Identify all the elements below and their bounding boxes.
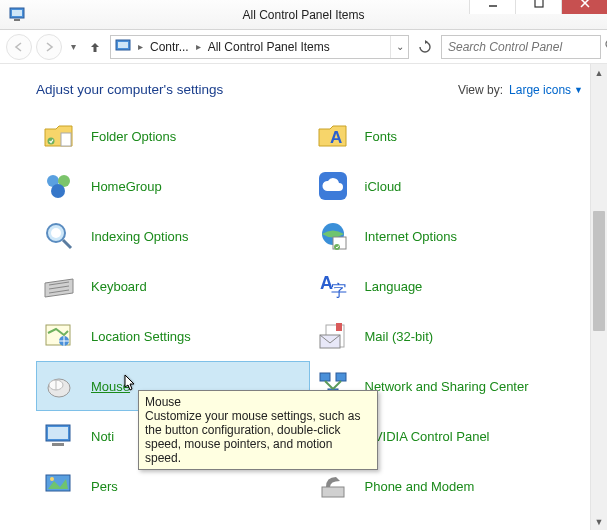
svg-line-20 <box>63 240 71 248</box>
svg-line-42 <box>325 381 333 389</box>
forward-button[interactable] <box>36 34 62 60</box>
internet-options-icon <box>315 218 351 254</box>
item-homegroup[interactable]: HomeGroup <box>36 161 310 211</box>
homegroup-icon <box>41 168 77 204</box>
svg-rect-50 <box>322 487 344 497</box>
item-keyboard[interactable]: Keyboard <box>36 261 310 311</box>
chevron-right-icon[interactable]: ▸ <box>135 41 146 52</box>
control-panel-icon <box>6 4 28 26</box>
view-by-label: View by: <box>458 83 503 97</box>
window-titlebar: All Control Panel Items <box>0 0 607 30</box>
svg-point-49 <box>50 477 54 481</box>
svg-rect-1 <box>12 10 22 16</box>
svg-rect-46 <box>52 443 64 446</box>
svg-rect-35 <box>336 323 342 331</box>
fonts-icon: A <box>315 118 351 154</box>
chevron-down-icon: ▼ <box>574 85 583 95</box>
svg-text:字: 字 <box>331 282 347 299</box>
svg-rect-11 <box>61 133 71 146</box>
item-label: Pers <box>91 479 118 494</box>
item-language[interactable]: A字 Language <box>310 261 584 311</box>
svg-text:A: A <box>330 128 342 147</box>
tooltip-title: Mouse <box>145 395 371 409</box>
close-button[interactable] <box>561 0 607 14</box>
mouse-icon <box>41 368 77 404</box>
control-panel-icon <box>113 37 133 57</box>
location-settings-icon <box>41 318 77 354</box>
svg-rect-4 <box>535 0 543 7</box>
svg-rect-2 <box>14 19 20 21</box>
item-label: Internet Options <box>365 229 458 244</box>
notification-area-icon <box>41 418 77 454</box>
maximize-button[interactable] <box>515 0 561 14</box>
window-controls <box>469 0 607 14</box>
personalization-icon <box>41 468 77 504</box>
svg-point-16 <box>51 184 65 198</box>
recent-locations-button[interactable]: ▾ <box>66 41 80 52</box>
item-label: Noti <box>91 429 114 444</box>
svg-rect-40 <box>336 373 346 381</box>
scroll-track[interactable] <box>591 81 607 513</box>
item-label: Mouse <box>91 379 130 394</box>
search-box[interactable] <box>441 35 601 59</box>
item-label: Phone and Modem <box>365 479 475 494</box>
breadcrumb[interactable]: ▸ Contr... ▸ All Control Panel Items ⌄ <box>110 35 409 59</box>
item-label: Mail (32-bit) <box>365 329 434 344</box>
scroll-up-button[interactable]: ▲ <box>591 64 607 81</box>
item-label: Fonts <box>365 129 398 144</box>
item-indexing-options[interactable]: Indexing Options <box>36 211 310 261</box>
svg-rect-39 <box>320 373 330 381</box>
svg-line-43 <box>333 381 341 389</box>
svg-point-19 <box>51 228 61 238</box>
view-by-control: View by: Large icons▼ <box>458 83 583 97</box>
phone-modem-icon <box>315 468 351 504</box>
language-icon: A字 <box>315 268 351 304</box>
item-label: Indexing Options <box>91 229 189 244</box>
scroll-down-button[interactable]: ▼ <box>591 513 607 530</box>
search-input[interactable] <box>442 40 605 54</box>
icloud-icon <box>315 168 351 204</box>
minimize-button[interactable] <box>469 0 515 14</box>
keyboard-icon <box>41 268 77 304</box>
view-by-dropdown[interactable]: Large icons▼ <box>509 83 583 97</box>
breadcrumb-dropdown[interactable]: ⌄ <box>390 36 408 58</box>
back-button[interactable] <box>6 34 32 60</box>
item-fonts[interactable]: A Fonts <box>310 111 584 161</box>
item-internet-options[interactable]: Internet Options <box>310 211 584 261</box>
breadcrumb-segment[interactable]: Contr... <box>146 40 193 54</box>
item-label: NVIDIA Control Panel <box>365 429 490 444</box>
up-button[interactable] <box>84 36 106 58</box>
mail-icon <box>315 318 351 354</box>
page-heading: Adjust your computer's settings <box>36 82 223 97</box>
item-location-settings[interactable]: Location Settings <box>36 311 310 361</box>
content-header: Adjust your computer's settings View by:… <box>36 82 583 97</box>
breadcrumb-segment[interactable]: All Control Panel Items <box>204 40 334 54</box>
item-icloud[interactable]: iCloud <box>310 161 584 211</box>
scroll-thumb[interactable] <box>593 211 605 331</box>
item-label: Location Settings <box>91 329 191 344</box>
folder-options-icon <box>41 118 77 154</box>
item-label: Folder Options <box>91 129 176 144</box>
item-folder-options[interactable]: Folder Options <box>36 111 310 161</box>
item-label: HomeGroup <box>91 179 162 194</box>
tooltip: Mouse Customize your mouse settings, suc… <box>138 390 378 470</box>
item-label: Keyboard <box>91 279 147 294</box>
svg-rect-8 <box>118 42 128 48</box>
address-toolbar: ▾ ▸ Contr... ▸ All Control Panel Items ⌄ <box>0 30 607 64</box>
svg-rect-45 <box>48 427 68 439</box>
item-label: iCloud <box>365 179 402 194</box>
refresh-button[interactable] <box>413 35 437 59</box>
svg-point-23 <box>334 244 340 250</box>
indexing-options-icon <box>41 218 77 254</box>
vertical-scrollbar[interactable]: ▲ ▼ <box>590 64 607 530</box>
item-label: Language <box>365 279 423 294</box>
item-label: Network and Sharing Center <box>365 379 529 394</box>
item-mail[interactable]: Mail (32-bit) <box>310 311 584 361</box>
chevron-right-icon[interactable]: ▸ <box>193 41 204 52</box>
tooltip-body: Customize your mouse settings, such as t… <box>145 409 360 465</box>
svg-point-12 <box>48 138 55 145</box>
